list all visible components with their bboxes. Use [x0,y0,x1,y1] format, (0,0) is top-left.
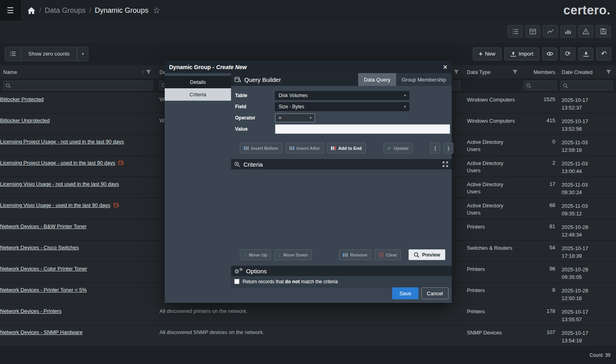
group-data-type: SNMP Devices [464,325,522,336]
sort-asc-icon[interactable]: ↑ [142,69,144,75]
group-name-link[interactable]: Licensing Visio Usage - used in the last… [0,202,110,208]
tab-details[interactable]: Details [165,76,231,88]
home-icon[interactable] [27,7,36,14]
group-data-type: Printers [464,262,522,273]
table-select[interactable]: Disk Volumes ▾ [275,91,409,100]
breadcrumb-data-groups[interactable]: Data Groups [45,6,86,15]
save-button[interactable]: Save [392,287,419,299]
filter-funnel-icon[interactable] [454,70,459,74]
update-button[interactable]: ✓ Update [383,143,413,153]
row-count-label: Count: 39 [590,352,610,358]
filter-funnel-icon[interactable] [606,70,611,74]
options-header: ⚙⚙ Options [231,266,452,276]
date-created-filter-input[interactable] [560,81,613,90]
database-query-icon [234,77,241,83]
close-icon[interactable]: × [443,64,447,71]
undo-button[interactable]: ↶ [596,48,611,60]
expand-icon[interactable] [443,161,448,167]
data-type-filter-cell [464,79,522,92]
refresh-button[interactable]: ⟳ [560,48,575,60]
search-icon [414,252,419,258]
move-down-button[interactable]: ↓ Move Down [274,249,312,260]
group-date-created: 2025-10-17 17:18:39 [558,241,616,260]
value-input[interactable] [275,124,450,134]
grid-view-icon[interactable] [525,25,540,38]
group-name-link[interactable]: Network Devices - Cisco Switches [0,245,79,251]
search-icon [6,83,11,88]
zero-counts-dropdown-caret[interactable]: ▾ [77,47,88,61]
criteria-title: Criteria [243,161,263,168]
import-button[interactable]: Import [504,48,539,60]
group-name-link[interactable]: Network Devices - Printer Toner < 5% [0,287,87,293]
list-options-icon[interactable] [5,47,21,61]
line-chart-icon[interactable] [543,25,558,38]
clear-x-icon: ✕ [379,252,384,257]
move-up-button[interactable]: ↑ Move Up [240,249,271,260]
alerts-warning-icon[interactable] [578,25,593,38]
close-brace-button[interactable]: } [443,143,453,153]
bar-chart-icon[interactable] [560,25,576,38]
tab-data-query[interactable]: Data Query [358,73,396,86]
group-members-count: 107 [522,325,558,335]
new-button[interactable]: + New [473,48,501,60]
group-data-type: Active Directory Users [464,135,522,153]
favorite-star-icon[interactable]: ☆ [153,6,160,15]
preview-button[interactable]: Preview [409,249,445,260]
remove-icon [343,253,348,257]
cancel-button[interactable]: Cancel [421,287,449,299]
return-not-match-checkbox[interactable] [234,279,239,284]
criteria-empty-area[interactable] [231,169,452,249]
search-icon [526,83,531,88]
remove-button[interactable]: Remove [339,249,371,260]
group-data-type: Windows Computers [464,113,522,125]
column-header-members[interactable]: Members [522,65,558,79]
group-name-link[interactable]: Bitlocker Protected [0,96,44,102]
group-name-link[interactable]: Network Devices - Color Printer Toner [0,266,87,272]
flagged-database-icon [118,160,124,165]
breadcrumb-separator: / [39,6,41,15]
add-to-end-button[interactable]: Add to End [327,143,366,153]
group-data-type: Printers [464,283,522,294]
export-button[interactable] [578,48,593,60]
group-name-link[interactable]: Bitlocker Unprotected [0,117,50,123]
gears-icon: ⚙⚙ [234,268,243,274]
value-label: Value [235,126,275,132]
insert-after-button[interactable]: Insert After [285,143,324,153]
column-header-data-type[interactable]: Data Type [464,65,522,79]
show-zero-counts-button[interactable]: Show zero counts [21,47,77,61]
open-brace-button[interactable]: { [430,143,440,153]
tab-criteria[interactable]: Criteria [165,88,231,101]
clear-button[interactable]: ✕ Clear [375,249,401,260]
list-view-icon[interactable] [508,25,523,38]
modal-title: Dynamic Group - [169,64,214,70]
insert-before-button[interactable]: Insert Before [240,143,282,153]
hamburger-menu-icon[interactable]: ☰ [0,0,21,21]
tab-group-membership[interactable]: Group Membership [396,73,452,86]
group-name-link[interactable]: Network Devices - Printers [0,308,62,314]
breadcrumb-dynamic-groups: Dynamic Groups [95,6,148,15]
save-view-icon[interactable] [596,25,611,38]
group-name-link[interactable]: Licensing Project Usage - not used in th… [0,139,124,145]
group-name-link[interactable]: Licensing Visio Usage - not used in the … [0,181,119,187]
table-row: Network Devices - SNMP Hardware All disc… [0,325,616,346]
group-name-link[interactable]: Network Devices - SNMP Hardware [0,329,82,335]
operator-select[interactable]: = ▾ [275,113,315,122]
column-header-date-created[interactable]: Date Created [558,65,616,79]
checkbox-label: Return records that do not match the cri… [243,279,338,284]
group-members-count: 81 [522,219,558,229]
toggle-visibility-button[interactable] [542,48,557,60]
group-date-created: 2025-10-17 13:55:57 [558,304,616,323]
group-name-link[interactable]: Licensing Project Usage - used in the la… [0,160,115,166]
name-filter-input[interactable] [3,81,153,90]
certero-logo: certero. [563,3,610,18]
field-select[interactable]: Size - Bytes ▾ [275,102,409,111]
group-name-link[interactable]: Network Devices - B&W Printer Toner [0,223,87,229]
filter-funnel-icon[interactable] [512,70,518,74]
insert-button-row: Insert Before Insert After Add to End ✓ … [240,143,452,153]
filter-funnel-icon[interactable] [146,70,151,74]
table-label: Table [235,93,275,98]
members-filter-input[interactable] [524,81,556,90]
criteria-button-row: ↑ Move Up ↓ Move Down Remove ✕ Clear [240,249,445,260]
column-header-name[interactable]: Name ↑ [0,65,156,79]
group-date-created: 2025-10-17 13:54:19 [558,325,616,344]
